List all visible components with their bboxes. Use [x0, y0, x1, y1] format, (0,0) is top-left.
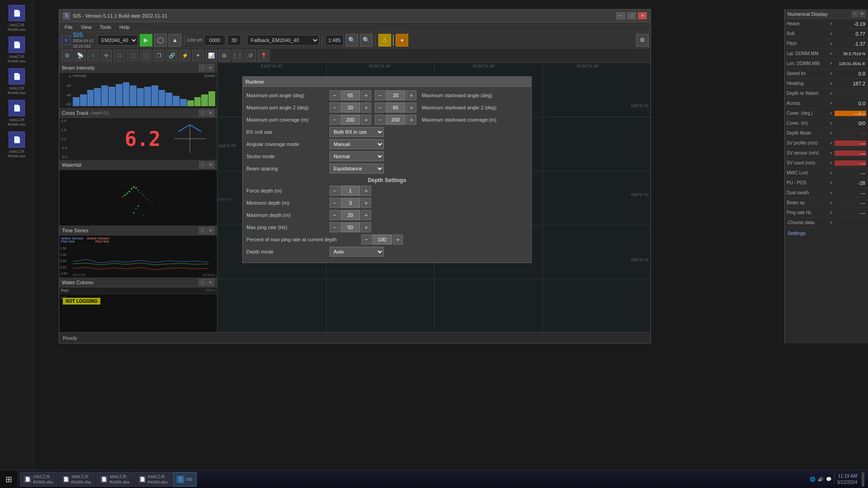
tool-antenna-icon[interactable]: 📡	[74, 50, 86, 61]
tool-chart-icon[interactable]: 📊	[205, 50, 217, 61]
waterfall-close[interactable]: ✕	[207, 161, 214, 169]
tool-crosshair-icon[interactable]: ✛	[100, 50, 112, 61]
counter2-input[interactable]	[227, 35, 241, 46]
nd-resize[interactable]: □	[852, 11, 858, 17]
stbd-angle2-plus[interactable]: +	[406, 103, 416, 113]
desktop-icon-5[interactable]: 📄 3306工作R4305.xlsx	[3, 131, 30, 158]
map-grid-v3	[542, 63, 543, 333]
port-angle2-minus[interactable]: −	[330, 103, 340, 113]
maximize-button[interactable]: □	[627, 12, 636, 19]
nd-arrow-heave: ▼	[829, 22, 835, 26]
depth-mode-select[interactable]: Auto	[330, 247, 384, 257]
cross-track-close[interactable]: ✕	[207, 109, 214, 117]
secondary-toolbar: ⚙ 📡 ○ ✛ □ ⬚ ⬛ ❐ 🔗 ⚡ ✦ 📊 ⊞ ⋮⋮ ↺ 📍	[59, 48, 651, 63]
settings-gear-button[interactable]: ⚙	[636, 34, 649, 47]
sector-mode-select[interactable]: Normal	[330, 151, 384, 161]
menu-file[interactable]: File	[61, 23, 76, 31]
force-depth-plus[interactable]: +	[361, 186, 371, 196]
max-ping-rate-plus[interactable]: +	[361, 222, 371, 232]
beam-intensity-close[interactable]: ✕	[207, 64, 214, 71]
tool-dots-icon[interactable]: ⋮⋮	[231, 50, 243, 61]
tool-pin-icon[interactable]: 📍	[258, 50, 269, 61]
tool-rect2-icon[interactable]: ⬚	[127, 50, 138, 61]
taskbar-item-3[interactable]: 📄 3306工作R4305.xlsx	[96, 472, 134, 487]
taskbar-item-4[interactable]: 📄 3306工作R4305.xlsx	[135, 472, 172, 487]
tool-refresh-icon[interactable]: ↺	[245, 50, 256, 61]
min-depth-plus[interactable]: +	[361, 198, 371, 208]
warning-button[interactable]: ⚠	[378, 34, 391, 47]
stbd-angle-plus[interactable]: +	[406, 90, 416, 100]
nd-close[interactable]: ✕	[859, 11, 865, 17]
up-button[interactable]: ▲	[169, 34, 181, 47]
tool-circle-icon[interactable]: ○	[87, 50, 99, 61]
stbd-angle2-minus[interactable]: −	[375, 103, 385, 113]
beam-spacing-select[interactable]: Equidistance	[330, 164, 384, 174]
port-angle2-plus[interactable]: +	[361, 103, 371, 113]
zoom-out-button[interactable]: 🔍	[360, 34, 373, 47]
pct-ping-rate-minus[interactable]: −	[361, 235, 371, 244]
fallback-dropdown[interactable]: Fallback_EM2040_40	[247, 35, 319, 46]
force-depth-minus[interactable]: −	[330, 186, 340, 196]
tool-rect-icon[interactable]: □	[113, 50, 125, 61]
tool-fill-icon[interactable]: ⬛	[140, 50, 151, 61]
taskbar-sis-item[interactable]: S SIS	[173, 472, 197, 487]
port-angle-plus[interactable]: +	[361, 90, 371, 100]
taskbar-msg-icon: 💬	[826, 477, 831, 482]
desktop-icon-3[interactable]: 📄 3306工作R4305.xlsx	[3, 68, 30, 95]
nd-label-depth-waterl: Depth re Waterl.	[787, 91, 829, 96]
stbd-coverage-plus[interactable]: +	[406, 115, 416, 125]
rx-unit-select[interactable]: Both RX in use	[330, 127, 384, 137]
water-column-resize[interactable]: □	[199, 279, 206, 286]
nd-value-cover-deg: ---/---	[835, 111, 866, 116]
cross-track-resize[interactable]: □	[199, 109, 206, 117]
desktop-icon-1[interactable]: 📄 2302工作R2305.xlsx	[3, 5, 30, 32]
circle-button[interactable]: ◯	[154, 34, 167, 47]
status-button[interactable]: ●	[396, 34, 408, 47]
settings-link[interactable]: Settings	[788, 230, 806, 236]
taskbar-item-1[interactable]: 📄 2302工作R2305.xlsx	[20, 472, 57, 487]
minimize-button[interactable]: ─	[616, 12, 625, 19]
min-depth-minus[interactable]: −	[330, 198, 340, 208]
start-button[interactable]: ▶	[140, 34, 152, 47]
counter1-input[interactable]	[204, 35, 226, 46]
stbd-coverage-minus[interactable]: −	[375, 115, 385, 125]
pct-ping-rate-plus[interactable]: +	[393, 235, 403, 244]
menu-help[interactable]: Help	[116, 23, 133, 31]
tool-copy-icon[interactable]: ❐	[153, 50, 165, 61]
time-series-close[interactable]: ✕	[207, 227, 214, 234]
desktop-icon-4[interactable]: 📄 3306工作R4305.xlsx	[3, 99, 30, 127]
port-coverage-minus[interactable]: −	[330, 115, 340, 125]
menu-view[interactable]: View	[77, 23, 95, 31]
close-button[interactable]: ✕	[638, 12, 647, 19]
nd-row-roll: Roll ▼ 0.77	[785, 29, 868, 39]
nd-value-heave: -0.19	[835, 21, 866, 27]
max-depth-minus[interactable]: −	[330, 210, 340, 220]
device-dropdown[interactable]: EM2040_40	[97, 35, 138, 46]
max-depth-plus[interactable]: +	[361, 210, 371, 220]
tool-grid-icon[interactable]: ⊞	[218, 50, 230, 61]
menu-tools[interactable]: Tools	[96, 23, 115, 31]
nd-label-beam-sp: Beam sp.	[787, 200, 829, 205]
app-title: SIS - Version 5.11.1 Build date 2022-11-…	[73, 13, 616, 19]
max-ping-rate-minus[interactable]: −	[330, 222, 340, 232]
nd-value-sv-used: ---	[835, 160, 866, 166]
angular-coverage-select[interactable]: Manual	[330, 139, 384, 149]
port-angle-minus[interactable]: −	[330, 90, 340, 100]
water-column-close[interactable]: ✕	[207, 279, 214, 286]
taskbar-item-2[interactable]: 📄 3306工作R4305.xlsx	[58, 472, 96, 487]
waterfall-resize[interactable]: □	[199, 161, 206, 169]
start-button[interactable]: ⊞	[0, 470, 18, 488]
tool-link-icon[interactable]: 🔗	[166, 50, 178, 61]
time-series-resize[interactable]: □	[199, 227, 206, 234]
port-coverage-plus[interactable]: +	[361, 115, 371, 125]
taskbar-show-desktop[interactable]	[862, 472, 864, 487]
beam-intensity-resize[interactable]: □	[199, 64, 206, 71]
tool-settings-icon[interactable]: ⚙	[61, 50, 73, 61]
stbd-angle-minus[interactable]: −	[375, 90, 385, 100]
desktop-icon-2[interactable]: 📄 3306工作R4305.xlsx	[3, 36, 30, 63]
water-column-panel: Water Column □ ✕ Port 654.0 NOT LOGGING …	[59, 277, 217, 333]
zoom-in-button[interactable]: 🔍	[345, 34, 358, 47]
tool-star-icon[interactable]: ✦	[192, 50, 204, 61]
nd-label-sv-profile: SV profile (m/s)	[787, 141, 829, 145]
tool-lightning-icon[interactable]: ⚡	[179, 50, 191, 61]
